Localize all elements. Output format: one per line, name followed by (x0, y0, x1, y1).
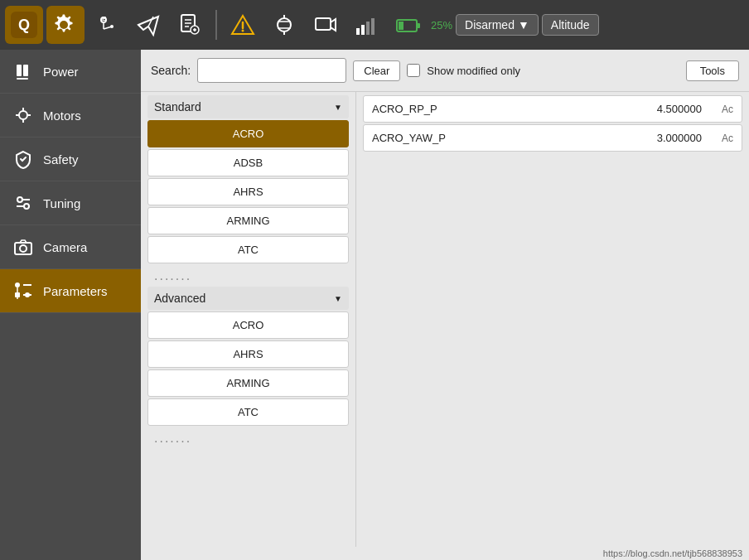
sidebar-item-tuning[interactable]: Tuning (0, 181, 141, 225)
signal-icon[interactable] (348, 6, 386, 44)
svg-text:B: B (102, 15, 107, 22)
camera-icon (12, 235, 35, 258)
disarmed-button[interactable]: Disarmed ▼ (456, 14, 539, 36)
advanced-section-label: Advanced (154, 292, 205, 305)
param-name-acro-rp-p: ACRO_RP_P (372, 103, 627, 115)
svg-point-36 (25, 292, 30, 297)
svg-rect-19 (417, 23, 420, 28)
disarmed-label: Disarmed (465, 18, 515, 31)
safety-icon (12, 147, 35, 171)
altitude-button[interactable]: Altitude (542, 14, 599, 36)
main-layout: Power Motors Safe (0, 50, 749, 560)
url-bar: https://blog.csdn.net/tjb568838953 (141, 547, 749, 560)
document-icon[interactable] (171, 6, 209, 44)
disarmed-arrow: ▼ (518, 18, 529, 31)
standard-arrow-icon: ▼ (334, 103, 342, 112)
search-bar: Search: Clear Show modified only Tools (141, 50, 749, 92)
param-value-acro-yaw-p: 3.000000 (627, 132, 702, 144)
svg-point-31 (24, 204, 29, 209)
logo-icon[interactable]: Q (5, 6, 43, 44)
svg-rect-13 (316, 18, 331, 30)
divider1 (215, 10, 217, 40)
modified-only-checkbox[interactable] (407, 64, 420, 77)
svg-point-8 (278, 18, 291, 31)
category-btn-adsb-standard[interactable]: ADSB (147, 149, 349, 176)
svg-rect-14 (356, 28, 360, 35)
param-row-acro-rp-p: ACRO_RP_P 4.500000 Ac (363, 95, 742, 123)
svg-point-7 (242, 30, 244, 32)
category-btn-atc-advanced[interactable]: ATC (147, 398, 349, 426)
param-value-acro-rp-p: 4.500000 (627, 103, 702, 115)
category-btn-ahrs-advanced[interactable]: AHRS (147, 340, 349, 368)
param-extra-acro-rp-p: Ac (708, 104, 733, 115)
svg-text:Q: Q (18, 17, 30, 33)
sidebar-item-camera[interactable]: Camera (0, 225, 141, 269)
sidebar-label-power: Power (43, 65, 79, 79)
category-btn-arming-advanced[interactable]: ARMING (147, 369, 349, 397)
category-panel: Standard ▼ ACRO ADSB AHRS ARMING ATC ...… (141, 92, 356, 547)
param-name-acro-yaw-p: ACRO_YAW_P (372, 132, 627, 144)
clear-button[interactable]: Clear (353, 60, 400, 81)
dots-separator-1: ....... (147, 265, 349, 287)
sidebar-item-safety[interactable]: Safety (0, 138, 141, 181)
category-btn-atc-standard[interactable]: ATC (147, 236, 349, 263)
svg-rect-22 (23, 65, 28, 76)
svg-rect-35 (15, 292, 20, 297)
svg-rect-15 (361, 25, 365, 35)
parameters-icon (12, 279, 35, 302)
sidebar-item-parameters[interactable]: Parameters (0, 269, 141, 313)
motors-icon (12, 104, 35, 127)
category-btn-acro-advanced[interactable]: ACRO (147, 311, 349, 339)
param-panel: ACRO_RP_P 4.500000 Ac ACRO_YAW_P 3.00000… (356, 92, 749, 547)
tools-button[interactable]: Tools (686, 60, 739, 81)
advanced-arrow-icon: ▼ (334, 294, 342, 303)
dots-separator-2: ....... (147, 427, 349, 449)
sidebar: Power Motors Safe (0, 50, 141, 560)
svg-rect-17 (371, 18, 374, 35)
sidebar-label-motors: Motors (43, 109, 81, 123)
category-btn-ahrs-standard[interactable]: AHRS (147, 178, 349, 205)
settings-icon[interactable] (46, 6, 85, 44)
svg-point-30 (17, 197, 22, 202)
params-area: Standard ▼ ACRO ADSB AHRS ARMING ATC ...… (141, 92, 749, 547)
sidebar-item-power[interactable]: Power (0, 50, 141, 94)
modified-only-label: Show modified only (427, 65, 520, 77)
topbar: Q B (0, 0, 749, 50)
svg-rect-20 (399, 22, 403, 30)
sidebar-item-motors[interactable]: Motors (0, 94, 141, 138)
category-btn-acro-standard[interactable]: ACRO (147, 120, 349, 147)
param-extra-acro-yaw-p: Ac (708, 133, 733, 144)
waypoint-icon[interactable]: B (88, 6, 126, 44)
tools-crosshair-icon[interactable] (265, 6, 303, 44)
svg-rect-23 (17, 78, 28, 80)
tuning-icon (12, 191, 35, 215)
warning-icon[interactable] (224, 6, 262, 44)
search-label: Search: (151, 64, 191, 77)
sidebar-label-camera: Camera (43, 240, 87, 254)
battery-percent: 25% (431, 19, 452, 31)
standard-section-label: Standard (154, 100, 201, 113)
svg-point-34 (15, 282, 20, 287)
altitude-label: Altitude (551, 18, 590, 31)
power-icon (12, 60, 35, 83)
svg-rect-16 (366, 22, 370, 35)
svg-point-33 (20, 245, 27, 252)
send-icon[interactable] (129, 6, 167, 44)
sidebar-label-parameters: Parameters (43, 284, 108, 298)
svg-rect-21 (17, 65, 22, 76)
battery-icon (389, 6, 428, 44)
search-input[interactable] (197, 58, 346, 83)
advanced-section-header[interactable]: Advanced ▼ (147, 287, 349, 310)
stream-icon[interactable] (307, 6, 345, 44)
category-btn-arming-standard[interactable]: ARMING (147, 207, 349, 234)
sidebar-label-safety: Safety (43, 152, 79, 167)
standard-section-header[interactable]: Standard ▼ (147, 95, 349, 118)
content-area: Search: Clear Show modified only Tools S… (141, 50, 749, 560)
param-row-acro-yaw-p: ACRO_YAW_P 3.000000 Ac (363, 124, 742, 152)
sidebar-label-tuning: Tuning (43, 196, 80, 210)
